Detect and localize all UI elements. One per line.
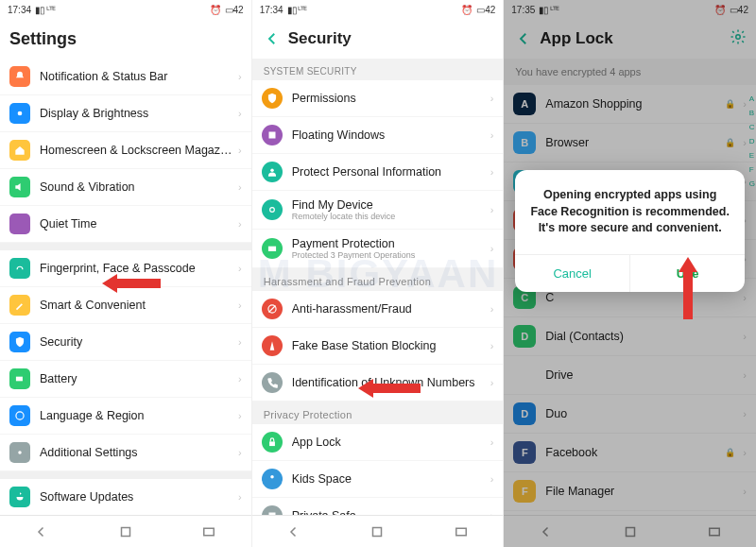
item-label: App Lock [292,436,487,449]
chevron-right-icon: › [238,218,242,230]
chevron-right-icon: › [490,473,494,485]
chevron-right-icon: › [238,108,242,119]
status-time: 17:34 [260,5,284,15]
nav-back-icon[interactable] [33,523,50,540]
navbar [0,515,251,547]
wand-icon [9,295,30,316]
item-label: Anti-harassment/Fraud [292,302,487,316]
chevron-right-icon: › [238,336,242,348]
section-header: Privacy Protection [252,402,504,424]
list-item[interactable]: Software Updates› [0,479,251,516]
battery-icon: ▭42 [225,5,244,15]
section-header: SYSTEM SECURITY [252,59,504,80]
item-label: Payment Protection [292,237,487,250]
item-label: Kids Space [292,472,487,486]
list-item[interactable]: Security› [0,324,251,361]
list-item[interactable]: Notification & Status Bar› [0,59,251,95]
statusbar: 17:34▮▯ ᴸᵀᴱ ⏰▭42 [0,0,251,19]
list-item[interactable]: Sound & Vibration› [0,169,251,206]
pane-settings: 17:34▮▯ ᴸᵀᴱ ⏰▭42 Settings Notification &… [0,0,252,547]
moon-icon [9,214,30,234]
svg-rect-10 [268,247,276,251]
item-label: Battery [40,372,234,385]
list-item[interactable]: Find My DeviceRemotely locate this devic… [252,191,504,230]
list-item[interactable]: Anti-harassment/Fraud› [252,291,504,328]
battery-icon: ▭42 [476,5,495,15]
svg-rect-1 [16,377,23,382]
list-item[interactable]: Display & Brightness› [0,95,251,132]
locate-icon [262,199,283,220]
list-item[interactable]: Protect Personal Information› [252,154,504,191]
chevron-right-icon: › [490,166,494,178]
svg-rect-6 [204,528,215,536]
list-item[interactable]: Battery› [0,361,251,398]
item-label: Fingerprint, Face & Passcode [40,262,234,275]
svg-point-2 [16,412,24,419]
item-label: Fake Base Station Blocking [292,339,487,352]
list-item[interactable]: Permissions› [252,80,504,117]
section-header: Harassment and Fraud Prevention [252,268,504,291]
chevron-right-icon: › [238,373,242,385]
item-label: Display & Brightness [40,107,234,120]
globe-icon [9,405,30,426]
cancel-button[interactable]: Cancel [515,255,630,292]
navbar [252,515,504,547]
svg-rect-7 [268,132,275,139]
battery-icon [9,368,30,389]
chevron-right-icon: › [490,129,494,141]
chevron-right-icon: › [490,204,494,215]
face-recognition-dialog: Opening encrypted apps using Face Recogn… [515,170,745,292]
phone-icon [262,372,283,393]
svg-rect-17 [456,528,467,536]
settings-list: Notification & Status Bar›Display & Brig… [0,59,251,547]
home-icon [9,140,30,161]
nav-recent-icon[interactable] [453,523,470,540]
signal-icon: ▮▯ ᴸᵀᴱ [35,5,55,15]
svg-point-14 [270,475,274,479]
finger-icon [9,258,30,279]
back-icon[interactable] [262,28,283,49]
list-item[interactable]: Fake Base Station Blocking› [252,328,504,365]
item-label: Protect Personal Information [292,165,487,179]
update-icon [9,487,30,507]
item-sublabel: Remotely locate this device [292,212,487,221]
annotation-arrow-use [679,257,697,319]
item-label: Sound & Vibration [40,180,234,194]
item-label: Security [40,335,234,349]
nav-home-icon[interactable] [117,523,134,540]
svg-point-8 [270,169,274,173]
list-item[interactable]: Homescreen & Lockscreen Magazine› [0,132,251,169]
svg-point-0 [18,111,23,116]
statusbar: 17:34▮▯ ᴸᵀᴱ ⏰▭42 [252,0,504,19]
header-security: Security [252,19,504,59]
nav-back-icon[interactable] [285,523,302,540]
list-item[interactable]: Kids Space› [252,461,504,498]
item-label: Language & Region [40,409,234,422]
svg-rect-13 [269,441,275,446]
list-item[interactable]: Quiet Time› [0,206,251,243]
header-settings: Settings [0,19,251,59]
page-title: Settings [9,29,242,49]
list-item[interactable]: App Lock› [252,424,504,461]
chevron-right-icon: › [490,377,494,388]
status-time: 17:34 [8,5,31,15]
annotation-arrow-applock [358,379,421,398]
chevron-right-icon: › [490,436,494,448]
lock-icon [262,432,283,453]
bell-icon [9,66,30,87]
chevron-right-icon: › [238,263,242,274]
list-item[interactable]: Additional Settings› [0,435,251,471]
pane-security: 17:34▮▯ ᴸᵀᴱ ⏰▭42 Security SYSTEM SECURIT… [252,0,505,547]
svg-point-3 [18,451,22,454]
chevron-right-icon: › [490,340,494,351]
list-item[interactable]: Language & Region› [0,398,251,435]
nav-home-icon[interactable] [369,523,386,540]
item-label: Additional Settings [40,446,234,459]
nav-recent-icon[interactable] [200,523,217,540]
page-title: Security [288,29,494,48]
item-label: Find My Device [292,198,487,212]
list-item[interactable]: Floating Windows› [252,117,504,154]
list-item[interactable]: Payment ProtectionProtected 3 Payment Op… [252,230,504,268]
chevron-right-icon: › [238,145,242,156]
item-label: Floating Windows [292,128,487,142]
